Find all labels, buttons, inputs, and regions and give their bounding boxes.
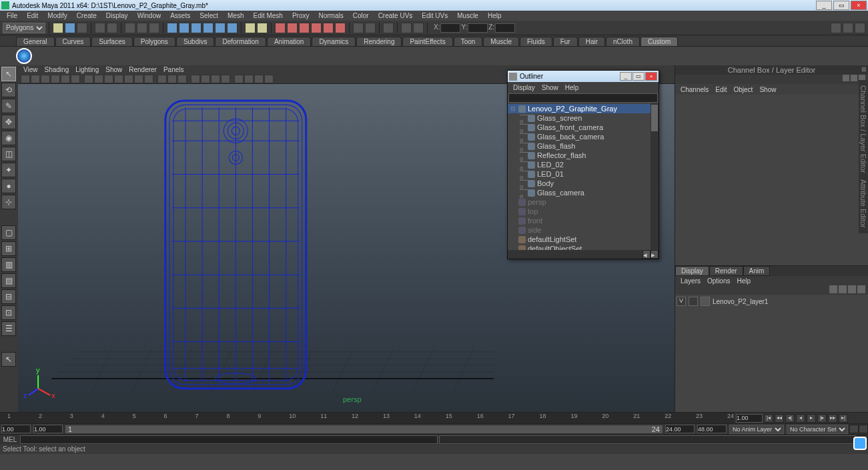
- vp-icon[interactable]: [114, 75, 123, 83]
- outliner-scroll-right-icon[interactable]: ▸: [650, 250, 659, 259]
- history-icon[interactable]: [245, 23, 256, 33]
- misc-icon-1[interactable]: [401, 23, 412, 33]
- menu-mesh[interactable]: Mesh: [224, 12, 248, 19]
- menu-proxy[interactable]: Proxy: [288, 12, 314, 19]
- construction-history-icon[interactable]: [257, 23, 268, 33]
- sidebar-tab-attribute-editor[interactable]: Attribute Editor: [859, 179, 867, 228]
- cb-icon[interactable]: [843, 75, 849, 81]
- layer-color-swatch[interactable]: [701, 297, 710, 306]
- cb-menu-object[interactable]: Object: [731, 86, 756, 93]
- vp-menu-shading[interactable]: Shading: [42, 66, 72, 73]
- shelf-tab-subdivs[interactable]: Subdivs: [176, 37, 215, 46]
- range-start-field-b[interactable]: [33, 425, 63, 433]
- shelf-button-custom[interactable]: [16, 48, 32, 64]
- select-tool-icon[interactable]: ↖: [1, 67, 16, 81]
- panel-layout-2-icon[interactable]: [365, 23, 376, 33]
- rotate-tool-icon[interactable]: ◉: [1, 131, 16, 145]
- vp-icon[interactable]: [144, 75, 153, 83]
- layer-icon[interactable]: [839, 285, 847, 293]
- outliner-menu-help[interactable]: Help: [562, 84, 582, 91]
- close-button[interactable]: ×: [851, 1, 867, 10]
- shelf-tab-deformation[interactable]: Deformation: [215, 37, 266, 46]
- outliner-close-button[interactable]: ×: [645, 72, 657, 81]
- snap-live-icon[interactable]: [215, 23, 226, 33]
- panel-layout-1-icon[interactable]: [353, 23, 364, 33]
- vp-icon[interactable]: [104, 75, 113, 83]
- menu-create[interactable]: Create: [73, 12, 101, 19]
- snap-view-icon[interactable]: [227, 23, 238, 33]
- layer-icon[interactable]: [857, 285, 865, 293]
- snap-curve-icon[interactable]: [179, 23, 189, 33]
- menu-window[interactable]: Window: [133, 12, 165, 19]
- prefs-icon[interactable]: [859, 425, 868, 433]
- vp-menu-view[interactable]: View: [21, 66, 41, 73]
- playback-stepfwd-icon[interactable]: |▸: [817, 414, 827, 423]
- vp-icon[interactable]: [157, 75, 167, 83]
- autokey-icon[interactable]: [849, 425, 859, 433]
- shelf-tab-fluids[interactable]: Fluids: [520, 37, 552, 46]
- render-settings-icon[interactable]: [299, 23, 310, 33]
- menu-help[interactable]: Help: [484, 12, 506, 19]
- vp-menu-show[interactable]: Show: [103, 66, 125, 73]
- vp-menu-renderer[interactable]: Renderer: [126, 66, 159, 73]
- minimize-button[interactable]: _: [816, 1, 832, 10]
- layer-menu-help[interactable]: Help: [734, 277, 753, 285]
- misc-icon-2[interactable]: [413, 23, 424, 33]
- range-start-field[interactable]: [1, 425, 31, 433]
- playback-stepback-icon[interactable]: ◂|: [785, 414, 795, 423]
- vp-icon[interactable]: [211, 75, 220, 83]
- render-view-icon[interactable]: [311, 23, 322, 33]
- layout-two-side-icon[interactable]: ▥: [1, 257, 16, 272]
- shelf-tab-rendering[interactable]: Rendering: [356, 37, 402, 46]
- range-track[interactable]: 124: [65, 425, 663, 433]
- menu-display[interactable]: Display: [102, 12, 132, 19]
- playback-end-icon[interactable]: ▸|: [839, 414, 848, 423]
- shelf-tab-animation[interactable]: Animation: [267, 37, 311, 46]
- coord-y-input[interactable]: [468, 23, 488, 33]
- menu-modify[interactable]: Modify: [43, 12, 71, 19]
- layer-tab-render[interactable]: Render: [709, 266, 743, 276]
- menu-edituvs[interactable]: Edit UVs: [418, 12, 452, 19]
- outliner-titlebar[interactable]: Outliner _ ▭ ×: [508, 71, 659, 82]
- open-scene-icon[interactable]: [65, 23, 75, 33]
- select-by-component-icon[interactable]: [149, 23, 159, 33]
- vp-icon[interactable]: [264, 75, 274, 83]
- coord-z-input[interactable]: [495, 23, 515, 33]
- batch-render-icon[interactable]: [335, 23, 346, 33]
- snap-grid-icon[interactable]: [167, 23, 177, 33]
- layer-row[interactable]: V Lenovo_P2_layer1: [677, 296, 867, 307]
- shelf-tab-hair[interactable]: Hair: [578, 37, 605, 46]
- shelf-tab-custom[interactable]: Custom: [640, 37, 678, 46]
- outliner-search-input[interactable]: [508, 93, 658, 103]
- outliner-item[interactable]: persp: [508, 197, 650, 207]
- layer-state-toggle[interactable]: [689, 297, 698, 306]
- shelf-tab-ncloth[interactable]: nCloth: [606, 37, 640, 46]
- outliner-minimize-button[interactable]: _: [620, 72, 632, 81]
- shelf-tab-muscle[interactable]: Muscle: [483, 37, 519, 46]
- vp-icon[interactable]: [167, 75, 177, 83]
- outliner-item[interactable]: top: [508, 207, 650, 216]
- menu-color[interactable]: Color: [349, 12, 373, 19]
- playback-play-icon[interactable]: ▸: [807, 414, 816, 423]
- vp-icon[interactable]: [84, 75, 93, 83]
- menu-file[interactable]: File: [3, 12, 21, 19]
- layout-four-icon[interactable]: ⊞: [1, 241, 16, 256]
- vp-icon[interactable]: [201, 75, 210, 83]
- shelf-tab-dynamics[interactable]: Dynamics: [312, 37, 356, 46]
- vp-icon[interactable]: [94, 75, 103, 83]
- layer-visibility-toggle[interactable]: V: [677, 297, 686, 306]
- vp-icon[interactable]: [177, 75, 187, 83]
- playback-prevkey-icon[interactable]: ◂◂: [775, 414, 784, 423]
- outliner-window[interactable]: Outliner _ ▭ × Display Show Help ⊟Lenovo…: [507, 70, 659, 259]
- playback-nextkey-icon[interactable]: ▸▸: [828, 414, 837, 423]
- character-set-dropdown[interactable]: No Character Set: [787, 425, 848, 434]
- menu-normals[interactable]: Normals: [315, 12, 348, 19]
- vp-icon[interactable]: [51, 75, 60, 83]
- outliner-scroll-left-icon[interactable]: ◂: [642, 250, 650, 259]
- toggle-attr-editor-icon[interactable]: [831, 23, 841, 33]
- cb-menu-show[interactable]: Show: [757, 86, 779, 93]
- vp-icon[interactable]: [254, 75, 264, 83]
- layer-tab-display[interactable]: Display: [675, 266, 709, 276]
- current-time-field[interactable]: [736, 414, 763, 423]
- layout-single-icon[interactable]: ▢: [1, 225, 16, 240]
